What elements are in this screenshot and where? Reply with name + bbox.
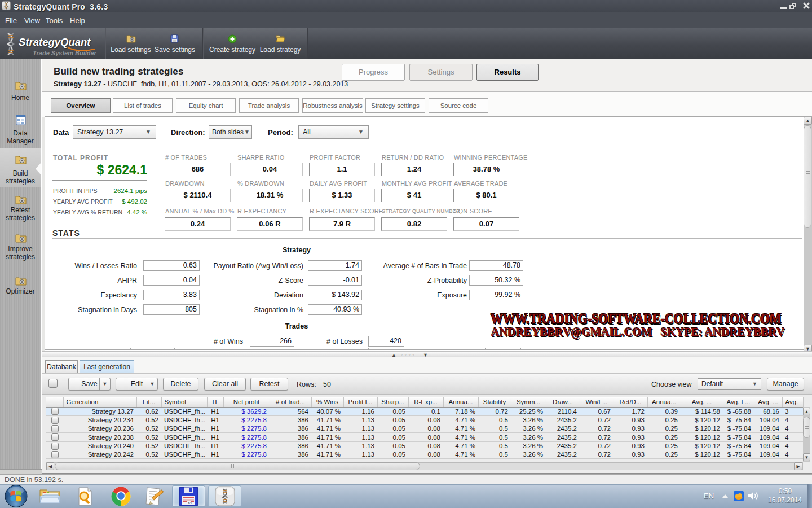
svg-text:-64-: -64-	[187, 501, 193, 505]
